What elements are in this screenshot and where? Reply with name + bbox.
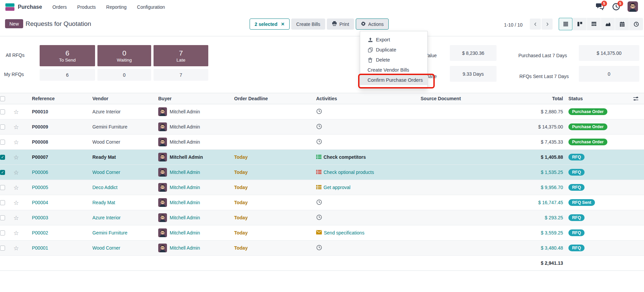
menu-item-create-vendor-bills[interactable]: Create Vendor Bills [360, 65, 427, 75]
my-late-box[interactable]: 7 [154, 69, 208, 81]
table-row[interactable]: ☆ P00002 Gemini Furniture Mitchell Admin… [0, 225, 644, 241]
menu-orders[interactable]: Orders [52, 4, 67, 10]
activities-cell[interactable] [310, 108, 414, 115]
tile-late[interactable]: 7 Late [154, 45, 208, 66]
activities-cell[interactable]: Get approval [310, 185, 414, 190]
favorite-star-icon[interactable]: ☆ [13, 139, 19, 146]
column-source-document[interactable]: Source Document [414, 96, 509, 101]
column-buyer[interactable]: Buyer [152, 96, 228, 101]
table-row[interactable]: ☆ P00009 Gemini Furniture Mitchell Admin… [0, 119, 644, 135]
activity-icon[interactable] [316, 170, 321, 175]
activities-cell[interactable] [310, 139, 414, 146]
activities-cell[interactable]: Check competitors [310, 154, 414, 160]
favorite-star-icon[interactable]: ☆ [13, 154, 19, 161]
favorite-star-icon[interactable]: ☆ [13, 214, 19, 221]
column-order-deadline[interactable]: Order Deadline [228, 96, 310, 101]
stat-value-rfqs-sent-last-7-days[interactable]: 0 [579, 66, 639, 82]
messages-icon[interactable]: 5 [595, 2, 605, 11]
optional-columns-icon[interactable] [626, 96, 644, 101]
pager-previous-button[interactable] [530, 19, 541, 30]
menu-configuration[interactable]: Configuration [137, 4, 165, 10]
tile-to-send[interactable]: 6 To Send [40, 45, 95, 66]
user-avatar[interactable] [628, 1, 638, 12]
row-checkbox[interactable] [0, 215, 5, 220]
table-row[interactable]: ☆ P00007 Ready Mat Mitchell Admin Today … [0, 150, 644, 165]
menu-products[interactable]: Products [77, 4, 96, 10]
table-row[interactable]: ☆ P00006 Wood Corner Mitchell Admin Toda… [0, 165, 644, 180]
activity-icon[interactable] [316, 245, 322, 252]
stat-value-lead-time[interactable]: 9.33 Days [450, 66, 497, 82]
activities-cell[interactable] [310, 245, 414, 252]
table-row[interactable]: ☆ P00003 Azure Interior Mitchell Admin T… [0, 210, 644, 225]
table-row[interactable]: ☆ P00004 Ready Mat Mitchell Admin Today … [0, 195, 644, 210]
favorite-star-icon[interactable]: ☆ [13, 245, 19, 252]
list-view-button[interactable] [559, 18, 572, 30]
filter-all-rfqs[interactable]: All RFQs [6, 52, 25, 58]
activities-cell[interactable] [310, 214, 414, 221]
favorite-star-icon[interactable]: ☆ [13, 123, 19, 131]
activity-icon[interactable] [316, 199, 322, 206]
favorite-star-icon[interactable]: ☆ [13, 108, 19, 115]
favorite-star-icon[interactable]: ☆ [13, 169, 19, 176]
stat-value-avg-order-value[interactable]: $ 8,230.36 [450, 45, 497, 61]
menu-item-export[interactable]: Export [360, 35, 427, 45]
activity-icon[interactable] [316, 123, 322, 131]
activity-icon[interactable] [316, 230, 322, 235]
tile-waiting[interactable]: 0 Waiting [97, 45, 151, 66]
calendar-view-button[interactable] [615, 18, 629, 30]
column-vendor[interactable]: Vendor [86, 96, 152, 101]
column-reference[interactable]: Reference [26, 96, 86, 101]
row-checkbox[interactable] [0, 170, 5, 175]
activities-cell[interactable] [310, 123, 414, 131]
activity-view-button[interactable] [629, 18, 643, 30]
pivot-view-button[interactable] [587, 18, 601, 30]
filter-my-rfqs[interactable]: My RFQs [4, 72, 24, 77]
activities-cell[interactable]: Send specifications [310, 230, 414, 235]
graph-view-button[interactable] [601, 18, 615, 30]
row-checkbox[interactable] [0, 124, 5, 130]
my-to-send-box[interactable]: 6 [40, 69, 95, 81]
menu-reporting[interactable]: Reporting [106, 4, 127, 10]
activity-icon[interactable] [316, 154, 321, 160]
actions-button[interactable]: Actions [356, 19, 389, 30]
menu-item-duplicate[interactable]: Duplicate [360, 45, 427, 55]
row-checkbox[interactable] [0, 230, 5, 235]
favorite-star-icon[interactable]: ☆ [13, 184, 19, 191]
create-bills-button[interactable]: Create Bills [291, 19, 326, 30]
row-checkbox[interactable] [0, 109, 5, 114]
activity-icon[interactable] [316, 108, 322, 115]
activity-icon[interactable] [316, 139, 322, 146]
table-row[interactable]: ☆ P00005 Deco Addict Mitchell Admin Toda… [0, 180, 644, 195]
new-button[interactable]: New [5, 19, 23, 28]
favorite-star-icon[interactable]: ☆ [13, 229, 19, 236]
favorite-star-icon[interactable]: ☆ [13, 199, 19, 206]
activity-icon[interactable] [316, 185, 321, 190]
selection-badge[interactable]: 2 selected × [250, 19, 290, 30]
menu-item-confirm-purchase-orders[interactable]: Confirm Purchase Orders [360, 75, 427, 85]
table-row[interactable]: ☆ P00008 Wood Corner Mitchell Admin $ 7,… [0, 135, 644, 150]
menu-item-delete[interactable]: Delete [360, 55, 427, 65]
app-name[interactable]: Purchase [18, 4, 42, 10]
activity-icon[interactable] [316, 214, 322, 221]
activities-cell[interactable] [310, 199, 414, 206]
activities-clock-icon[interactable]: 5 [611, 2, 621, 11]
stat-value-purchased-last-7-days[interactable]: $ 14,375.00 [579, 45, 639, 61]
table-row[interactable]: ☆ P00010 Azure Interior Mitchell Admin $… [0, 104, 644, 119]
column-status[interactable]: Status [568, 96, 626, 101]
kanban-view-button[interactable] [573, 18, 587, 30]
column-activities[interactable]: Activities [310, 96, 414, 101]
select-all-checkbox[interactable] [0, 96, 5, 101]
column-total[interactable]: Total [509, 96, 568, 101]
row-checkbox[interactable] [0, 246, 5, 251]
row-checkbox[interactable] [0, 200, 5, 205]
table-row[interactable]: ☆ P00001 Wood Corner Mitchell Admin Toda… [0, 241, 644, 256]
print-button[interactable]: Print [327, 19, 354, 30]
activities-cell[interactable]: Check optional products [310, 170, 414, 175]
my-waiting-box[interactable]: 0 [97, 69, 151, 81]
row-checkbox[interactable] [0, 185, 5, 190]
clear-selection-icon[interactable]: × [281, 21, 285, 27]
odoo-purchase-logo-icon[interactable] [5, 3, 14, 11]
row-checkbox[interactable] [0, 140, 5, 145]
row-checkbox[interactable] [0, 155, 5, 160]
pager-next-button[interactable] [542, 19, 553, 30]
